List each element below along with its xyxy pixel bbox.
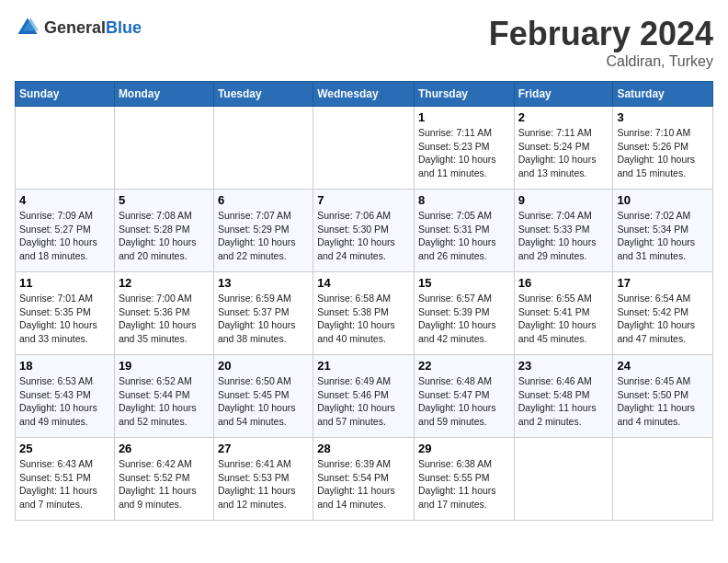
calendar-cell: 18Sunrise: 6:53 AM Sunset: 5:43 PM Dayli… — [16, 355, 115, 438]
day-info: Sunrise: 6:55 AM Sunset: 5:41 PM Dayligh… — [518, 292, 609, 346]
day-number: 4 — [19, 193, 110, 207]
day-header-sunday: Sunday — [16, 82, 115, 107]
day-number: 5 — [119, 193, 210, 207]
day-info: Sunrise: 7:01 AM Sunset: 5:35 PM Dayligh… — [19, 292, 110, 346]
calendar-cell: 26Sunrise: 6:42 AM Sunset: 5:52 PM Dayli… — [114, 438, 213, 521]
calendar-cell — [213, 107, 313, 190]
calendar-table: SundayMondayTuesdayWednesdayThursdayFrid… — [15, 81, 713, 521]
day-number: 19 — [119, 359, 210, 373]
calendar-cell: 3Sunrise: 7:10 AM Sunset: 5:26 PM Daylig… — [613, 107, 713, 190]
calendar-cell: 13Sunrise: 6:59 AM Sunset: 5:37 PM Dayli… — [213, 272, 313, 355]
week-row-0: 1Sunrise: 7:11 AM Sunset: 5:23 PM Daylig… — [16, 107, 713, 190]
location: Caldiran, Turkey — [489, 53, 713, 70]
calendar-cell: 27Sunrise: 6:41 AM Sunset: 5:53 PM Dayli… — [213, 438, 313, 521]
calendar-cell: 7Sunrise: 7:06 AM Sunset: 5:30 PM Daylig… — [313, 190, 415, 272]
calendar-cell: 5Sunrise: 7:08 AM Sunset: 5:28 PM Daylig… — [114, 190, 213, 272]
day-number: 27 — [218, 442, 309, 455]
calendar-cell: 2Sunrise: 7:11 AM Sunset: 5:24 PM Daylig… — [514, 107, 613, 190]
page-header: GeneralBlue February 2024 Caldiran, Turk… — [15, 15, 713, 70]
calendar-cell — [313, 107, 415, 190]
day-info: Sunrise: 7:11 AM Sunset: 5:23 PM Dayligh… — [418, 126, 510, 180]
day-number: 29 — [418, 442, 510, 455]
calendar-cell: 1Sunrise: 7:11 AM Sunset: 5:23 PM Daylig… — [414, 107, 514, 190]
logo: GeneralBlue — [15, 15, 142, 40]
day-number: 24 — [617, 359, 709, 373]
day-number: 26 — [119, 442, 210, 455]
day-info: Sunrise: 6:52 AM Sunset: 5:44 PM Dayligh… — [119, 374, 210, 429]
day-number: 18 — [19, 359, 110, 373]
day-number: 23 — [518, 359, 609, 373]
day-info: Sunrise: 7:06 AM Sunset: 5:30 PM Dayligh… — [317, 209, 410, 263]
day-number: 22 — [418, 359, 510, 373]
calendar-header-row: SundayMondayTuesdayWednesdayThursdayFrid… — [16, 82, 713, 107]
day-number: 16 — [518, 276, 609, 290]
calendar-cell: 6Sunrise: 7:07 AM Sunset: 5:29 PM Daylig… — [213, 190, 313, 272]
day-number: 17 — [617, 276, 709, 290]
day-number: 1 — [418, 110, 510, 124]
day-info: Sunrise: 6:39 AM Sunset: 5:54 PM Dayligh… — [317, 457, 410, 511]
day-info: Sunrise: 6:38 AM Sunset: 5:55 PM Dayligh… — [418, 457, 510, 511]
logo-blue: Blue — [106, 18, 142, 37]
calendar-cell — [114, 107, 213, 190]
day-header-monday: Monday — [114, 82, 213, 107]
calendar-cell: 22Sunrise: 6:48 AM Sunset: 5:47 PM Dayli… — [414, 355, 514, 438]
calendar-cell: 20Sunrise: 6:50 AM Sunset: 5:45 PM Dayli… — [213, 355, 313, 438]
day-info: Sunrise: 6:50 AM Sunset: 5:45 PM Dayligh… — [218, 374, 309, 429]
calendar-body: 1Sunrise: 7:11 AM Sunset: 5:23 PM Daylig… — [16, 107, 713, 521]
calendar-cell: 29Sunrise: 6:38 AM Sunset: 5:55 PM Dayli… — [414, 438, 514, 521]
calendar-cell: 11Sunrise: 7:01 AM Sunset: 5:35 PM Dayli… — [16, 272, 115, 355]
day-number: 2 — [518, 110, 609, 124]
calendar-cell: 15Sunrise: 6:57 AM Sunset: 5:39 PM Dayli… — [414, 272, 514, 355]
day-info: Sunrise: 6:58 AM Sunset: 5:38 PM Dayligh… — [317, 292, 410, 346]
day-info: Sunrise: 6:42 AM Sunset: 5:52 PM Dayligh… — [119, 457, 210, 511]
day-info: Sunrise: 6:59 AM Sunset: 5:37 PM Dayligh… — [218, 292, 309, 346]
calendar-cell: 28Sunrise: 6:39 AM Sunset: 5:54 PM Dayli… — [313, 438, 415, 521]
calendar-cell: 24Sunrise: 6:45 AM Sunset: 5:50 PM Dayli… — [613, 355, 713, 438]
logo-icon — [15, 15, 40, 40]
day-info: Sunrise: 7:08 AM Sunset: 5:28 PM Dayligh… — [119, 209, 210, 263]
month-title: February 2024 — [489, 15, 713, 53]
day-number: 8 — [418, 193, 510, 207]
week-row-2: 11Sunrise: 7:01 AM Sunset: 5:35 PM Dayli… — [16, 272, 713, 355]
calendar-cell — [514, 438, 613, 521]
day-number: 20 — [218, 359, 309, 373]
calendar-cell — [613, 438, 713, 521]
day-info: Sunrise: 7:04 AM Sunset: 5:33 PM Dayligh… — [518, 209, 609, 263]
day-info: Sunrise: 6:49 AM Sunset: 5:46 PM Dayligh… — [317, 374, 410, 429]
calendar-cell: 25Sunrise: 6:43 AM Sunset: 5:51 PM Dayli… — [16, 438, 115, 521]
day-number: 7 — [317, 193, 410, 207]
day-info: Sunrise: 6:57 AM Sunset: 5:39 PM Dayligh… — [418, 292, 510, 346]
day-info: Sunrise: 7:09 AM Sunset: 5:27 PM Dayligh… — [19, 209, 110, 263]
calendar-cell: 14Sunrise: 6:58 AM Sunset: 5:38 PM Dayli… — [313, 272, 415, 355]
week-row-3: 18Sunrise: 6:53 AM Sunset: 5:43 PM Dayli… — [16, 355, 713, 438]
day-number: 13 — [218, 276, 309, 290]
week-row-1: 4Sunrise: 7:09 AM Sunset: 5:27 PM Daylig… — [16, 190, 713, 272]
day-info: Sunrise: 7:05 AM Sunset: 5:31 PM Dayligh… — [418, 209, 510, 263]
day-info: Sunrise: 7:02 AM Sunset: 5:34 PM Dayligh… — [617, 209, 709, 263]
day-header-tuesday: Tuesday — [213, 82, 313, 107]
day-number: 15 — [418, 276, 510, 290]
day-header-wednesday: Wednesday — [313, 82, 415, 107]
day-header-saturday: Saturday — [613, 82, 713, 107]
day-number: 14 — [317, 276, 410, 290]
day-number: 10 — [617, 193, 709, 207]
day-number: 28 — [317, 442, 410, 455]
day-number: 3 — [617, 110, 709, 124]
calendar-cell: 17Sunrise: 6:54 AM Sunset: 5:42 PM Dayli… — [613, 272, 713, 355]
day-number: 21 — [317, 359, 410, 373]
day-info: Sunrise: 7:11 AM Sunset: 5:24 PM Dayligh… — [518, 126, 609, 180]
calendar-cell: 8Sunrise: 7:05 AM Sunset: 5:31 PM Daylig… — [414, 190, 514, 272]
day-info: Sunrise: 6:41 AM Sunset: 5:53 PM Dayligh… — [218, 457, 309, 511]
day-number: 9 — [518, 193, 609, 207]
day-info: Sunrise: 6:45 AM Sunset: 5:50 PM Dayligh… — [617, 374, 709, 429]
day-info: Sunrise: 7:00 AM Sunset: 5:36 PM Dayligh… — [119, 292, 210, 346]
calendar-cell: 16Sunrise: 6:55 AM Sunset: 5:41 PM Dayli… — [514, 272, 613, 355]
day-info: Sunrise: 6:48 AM Sunset: 5:47 PM Dayligh… — [418, 374, 510, 429]
day-header-thursday: Thursday — [414, 82, 514, 107]
day-number: 25 — [19, 442, 110, 455]
calendar-cell: 19Sunrise: 6:52 AM Sunset: 5:44 PM Dayli… — [114, 355, 213, 438]
calendar-cell: 10Sunrise: 7:02 AM Sunset: 5:34 PM Dayli… — [613, 190, 713, 272]
day-info: Sunrise: 6:54 AM Sunset: 5:42 PM Dayligh… — [617, 292, 709, 346]
calendar-cell — [16, 107, 115, 190]
day-number: 6 — [218, 193, 309, 207]
